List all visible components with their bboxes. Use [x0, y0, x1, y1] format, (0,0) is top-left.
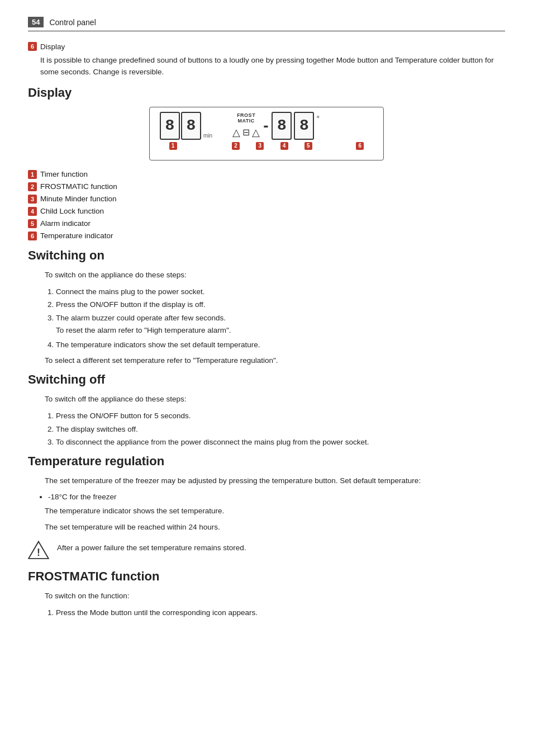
badge-5: 5: [28, 219, 37, 228]
display-diagram: 8 8 min FROSTMATIC △ ⊟ △: [149, 107, 384, 160]
warning-text: After a power failure the set temperatur…: [57, 539, 246, 554]
minus-sign: -: [263, 117, 268, 135]
badge-6-intro: 6: [28, 42, 37, 51]
switching-on-step-4-text: The temperature indicators show the set …: [56, 341, 260, 349]
warning-triangle-icon: !: [28, 539, 49, 560]
temp-reg-text3: The set temperature will be reached with…: [45, 522, 505, 533]
lock-icon: ⊟: [242, 127, 250, 138]
frostmatic-heading: FROSTMATIC function: [28, 569, 505, 584]
disp-right: - 8 8 °: [263, 112, 320, 140]
frost-icons: △ ⊟ △: [232, 126, 260, 139]
diag-num-2: 2: [232, 142, 240, 150]
frostmatic-list: Press the Mode button until the correspo…: [56, 607, 505, 619]
disp-middle: FROSTMATIC △ ⊟ △: [232, 113, 260, 139]
switching-off-step-2: The display switches off.: [56, 423, 505, 436]
display-diagram-wrapper: 8 8 min FROSTMATIC △ ⊟ △: [28, 107, 505, 160]
display-intro-label: Display: [40, 41, 65, 53]
switching-on-step4-note: To select a different set temperature re…: [45, 355, 505, 367]
badge-3: 3: [28, 195, 37, 204]
switching-on-list: Connect the mains plug to the power sock…: [56, 286, 505, 351]
switching-on-step-3: The alarm buzzer could operate after few…: [56, 312, 505, 337]
min-label: min: [203, 133, 212, 139]
function-item-6: 6 Temperature indicator: [28, 231, 505, 240]
switching-on-step-4: The temperature indicators show the set …: [56, 339, 505, 351]
badge-1: 1: [28, 170, 37, 179]
switching-on-step-3-note: To reset the alarm refer to "High temper…: [56, 325, 505, 336]
switching-on-step-3-text: The alarm buzzer could operate after few…: [56, 314, 226, 322]
display-intro: 6 Display It is possible to change prede…: [28, 41, 505, 78]
temp-reg-text1: The set temperature of the freezer may b…: [45, 475, 505, 487]
disp-left: 8 8 min: [160, 112, 212, 140]
function-label-4: Child Lock function: [40, 207, 104, 215]
frostmatic-step-1: Press the Mode button until the correspo…: [56, 607, 505, 619]
display-section-heading: Display: [28, 86, 505, 100]
page-number: 54: [28, 17, 44, 27]
display-intro-item: 6 Display: [28, 41, 505, 53]
badge-2: 2: [28, 182, 37, 191]
temp-reg-bullet-list: -18°C for the freezer: [48, 492, 505, 503]
function-item-1: 1 Timer function: [28, 169, 505, 179]
badge-4: 4: [28, 207, 37, 216]
left-digit-2: 8: [181, 112, 201, 140]
function-item-3: 3 Minute Minder function: [28, 194, 505, 204]
switching-on-heading: Switching on: [28, 248, 505, 263]
warning-block: ! After a power failure the set temperat…: [28, 539, 505, 560]
badge-6: 6: [28, 231, 37, 240]
switching-off-intro: To switch off the appliance do these ste…: [45, 394, 505, 405]
right-digit-1: 8: [272, 112, 292, 140]
diag-num-1: 1: [169, 142, 177, 150]
switching-off-list: Press the ON/OFF button for 5 seconds. T…: [56, 410, 505, 448]
function-label-1: Timer function: [40, 170, 88, 178]
diag-num-6: 6: [356, 142, 364, 150]
switching-on-intro: To switch on the appliance do these step…: [45, 270, 505, 281]
function-item-5: 5 Alarm indicator: [28, 219, 505, 228]
function-list: 1 Timer function 2 FROSTMATIC function 3…: [28, 169, 505, 240]
switching-on-step-1: Connect the mains plug to the power sock…: [56, 286, 505, 298]
temp-reg-bullet: -18°C for the freezer: [48, 492, 505, 503]
function-item-2: 2 FROSTMATIC function: [28, 182, 505, 191]
function-item-4: 4 Child Lock function: [28, 206, 505, 216]
frost-matic-label: FROSTMATIC: [237, 113, 255, 124]
function-label-6: Temperature indicator: [40, 231, 113, 240]
diag-num-5: 5: [304, 142, 312, 150]
diagram-num-row: 1 2 3 4 5 6: [160, 142, 373, 150]
left-digit-1: 8: [160, 112, 180, 140]
page: 54 Control panel 6 Display It is possibl…: [0, 0, 533, 756]
right-digit-2: 8: [294, 112, 314, 140]
switching-on-step-2: Press the ON/OFF button if the display i…: [56, 299, 505, 311]
header-bar: 54 Control panel: [28, 17, 505, 31]
temp-reg-text2: The temperature indicator shows the set …: [45, 505, 505, 517]
display-intro-desc: It is possible to change predefined soun…: [40, 56, 494, 75]
triangle-up-icon-2: △: [252, 126, 260, 139]
diag-num-3: 3: [256, 142, 264, 150]
function-label-5: Alarm indicator: [40, 219, 91, 228]
diag-num-4: 4: [280, 142, 288, 150]
switching-off-step-1: Press the ON/OFF button for 5 seconds.: [56, 410, 505, 422]
display-inner: 8 8 min FROSTMATIC △ ⊟ △: [160, 112, 373, 140]
frostmatic-intro: To switch on the function:: [45, 590, 505, 602]
degree-symbol: °: [316, 114, 320, 123]
function-label-2: FROSTMATIC function: [40, 182, 117, 191]
triangle-up-icon: △: [232, 126, 240, 139]
header-title: Control panel: [49, 18, 96, 27]
switching-off-step-3: To disconnect the appliance from the pow…: [56, 436, 505, 448]
switching-off-heading: Switching off: [28, 372, 505, 387]
temp-reg-heading: Temperature regulation: [28, 454, 505, 469]
function-label-3: Minute Minder function: [40, 195, 117, 203]
svg-text:!: !: [37, 547, 40, 558]
